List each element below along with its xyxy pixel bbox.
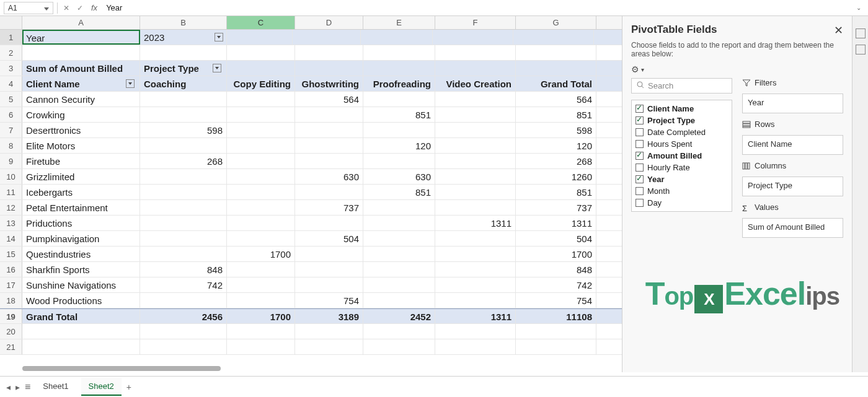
client-name-cell[interactable]: Grizzlimited xyxy=(22,169,140,184)
client-name-cell[interactable]: Sunshine Navigations xyxy=(22,277,140,292)
field-item[interactable]: Date Completed xyxy=(636,126,728,138)
cell[interactable]: 3189 xyxy=(295,309,363,323)
row-header[interactable]: 10 xyxy=(0,169,22,184)
cell[interactable]: 1700 xyxy=(227,246,295,261)
cell[interactable] xyxy=(435,169,516,184)
cell[interactable] xyxy=(513,30,594,45)
field-item[interactable]: Project Type xyxy=(636,115,728,126)
cell[interactable]: 630 xyxy=(363,169,435,184)
cell[interactable] xyxy=(295,45,363,60)
cell[interactable] xyxy=(435,277,516,292)
cell[interactable] xyxy=(227,61,295,76)
cell[interactable] xyxy=(295,123,363,137)
client-name-cell[interactable]: Firetube xyxy=(22,154,140,168)
checkbox-icon[interactable] xyxy=(636,128,644,136)
row-header[interactable]: 6 xyxy=(0,107,22,122)
cell[interactable] xyxy=(435,154,516,168)
cell[interactable] xyxy=(363,339,435,354)
row-header[interactable]: 16 xyxy=(0,262,22,277)
column-dropdown-icon[interactable] xyxy=(213,64,221,72)
values-drop-area[interactable]: Sum of Amount Billed xyxy=(742,218,843,238)
cell[interactable] xyxy=(227,277,295,292)
cell[interactable] xyxy=(363,277,435,292)
cell[interactable]: 848 xyxy=(516,262,596,277)
sheet-menu-icon[interactable]: ≡ xyxy=(25,382,30,393)
cell[interactable]: 598 xyxy=(140,123,227,137)
cell[interactable] xyxy=(435,138,516,153)
row-header[interactable]: 21 xyxy=(0,339,22,354)
cell[interactable] xyxy=(140,324,227,339)
col-header-f[interactable]: F xyxy=(435,16,516,29)
row-header[interactable]: 2 xyxy=(0,45,22,60)
cell[interactable]: 2452 xyxy=(363,309,435,323)
cell[interactable]: 737 xyxy=(295,200,363,215)
row-header[interactable]: 13 xyxy=(0,216,22,230)
cell[interactable]: 11108 xyxy=(516,309,596,323)
cell[interactable] xyxy=(435,123,516,137)
col-header-g[interactable]: G xyxy=(516,16,596,29)
col-proofreading[interactable]: Proofreading xyxy=(363,76,435,91)
cell[interactable] xyxy=(140,231,227,246)
row-header[interactable]: 9 xyxy=(0,154,22,168)
cell[interactable]: 851 xyxy=(516,185,596,199)
cell[interactable] xyxy=(140,169,227,184)
cell[interactable] xyxy=(363,246,435,261)
checkbox-icon[interactable] xyxy=(636,199,644,207)
row-header[interactable]: 8 xyxy=(0,138,22,153)
client-name-cell[interactable]: Elite Motors xyxy=(22,138,140,153)
cell[interactable] xyxy=(516,339,596,354)
cell[interactable] xyxy=(227,107,295,122)
row-header[interactable]: 12 xyxy=(0,200,22,215)
cell[interactable]: 742 xyxy=(516,277,596,292)
cell[interactable] xyxy=(140,138,227,153)
field-item[interactable]: Client Name xyxy=(636,103,728,115)
close-icon[interactable]: ✕ xyxy=(834,24,843,37)
row-header[interactable]: 18 xyxy=(0,293,22,308)
cell[interactable] xyxy=(363,216,435,230)
cell[interactable] xyxy=(516,61,596,76)
rows-drop-area[interactable]: Client Name xyxy=(742,135,843,155)
cell[interactable] xyxy=(435,339,516,354)
cell[interactable] xyxy=(363,231,435,246)
format-pane-icon[interactable] xyxy=(856,28,866,38)
cell[interactable] xyxy=(227,45,295,60)
cell[interactable] xyxy=(361,30,433,45)
checkbox-icon[interactable] xyxy=(636,140,644,148)
row-header[interactable]: 19 xyxy=(0,309,22,323)
cell[interactable]: 268 xyxy=(140,154,227,168)
row-header[interactable]: 17 xyxy=(0,277,22,292)
cell[interactable] xyxy=(363,123,435,137)
cell[interactable]: 1311 xyxy=(435,309,516,323)
tab-nav-prev[interactable]: ◂ xyxy=(6,382,11,392)
cell[interactable] xyxy=(435,61,516,76)
checkbox-icon[interactable] xyxy=(636,116,644,124)
cell[interactable]: 268 xyxy=(516,154,596,168)
cell[interactable] xyxy=(227,123,295,137)
horizontal-scrollbar[interactable] xyxy=(22,366,622,372)
cell[interactable]: 1311 xyxy=(435,216,516,230)
cell[interactable] xyxy=(227,324,295,339)
cell[interactable] xyxy=(140,45,227,60)
cell[interactable] xyxy=(227,262,295,277)
cell[interactable]: 120 xyxy=(516,138,596,153)
cell[interactable] xyxy=(295,138,363,153)
cell[interactable]: 1700 xyxy=(227,309,295,323)
client-name-cell[interactable]: Questindustries xyxy=(22,246,140,261)
client-name-cell[interactable]: Petal Entertainment xyxy=(22,200,140,215)
select-all-corner[interactable] xyxy=(0,16,22,29)
row-field-label[interactable]: Client Name xyxy=(22,76,140,91)
filter-dropdown-icon[interactable] xyxy=(215,33,223,41)
client-name-cell[interactable]: Icebergarts xyxy=(22,185,140,199)
checkbox-icon[interactable] xyxy=(636,187,644,195)
cell[interactable]: 851 xyxy=(363,107,435,122)
cell[interactable] xyxy=(22,324,140,339)
cell[interactable] xyxy=(295,185,363,199)
col-videocreation[interactable]: Video Creation xyxy=(435,76,516,91)
col-header-e[interactable]: E xyxy=(363,16,435,29)
field-item[interactable]: Amount Billed xyxy=(636,150,728,162)
spreadsheet-grid[interactable]: A B C D E F G 1 Year 2023 23 Sum of Amou… xyxy=(0,16,622,372)
col-header-a[interactable]: A xyxy=(22,16,140,29)
cell[interactable]: 2456 xyxy=(140,309,227,323)
cell[interactable] xyxy=(363,45,435,60)
cell[interactable] xyxy=(435,246,516,261)
